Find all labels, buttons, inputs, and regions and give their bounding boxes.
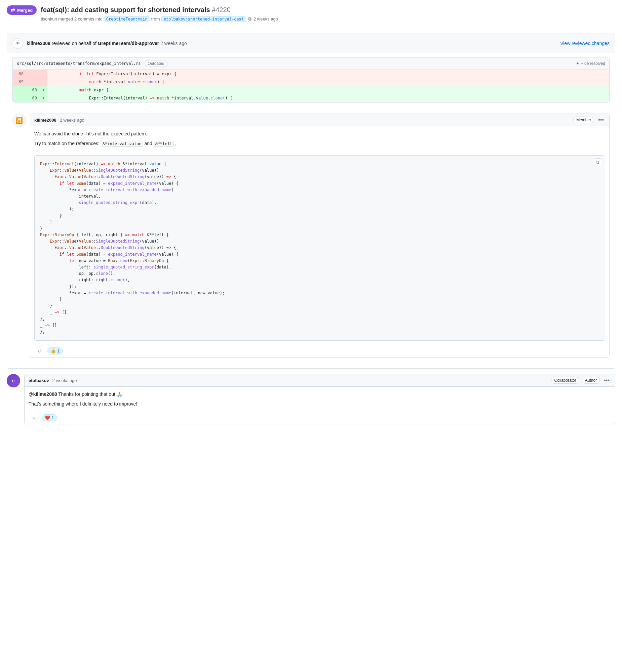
diff-line-new-68: 68 [26,86,40,94]
reviewer-name: killme2008 [27,41,50,46]
comment-text-2: Try to match on the references: &*interv… [34,140,605,147]
comment-content-etolbakov: @killme2008 Thanks for pointing that out… [25,387,615,412]
comment-header-left-etolbakov: etolbakov 2 weeks ago [29,378,77,383]
comment-header-etolbakov: etolbakov 2 weeks ago Collaborator Autho… [25,374,615,387]
comment-time-killme: 2 weeks ago [60,118,84,123]
comment-body-killme: killme2008 2 weeks ago Member ••• We can… [30,114,610,358]
review-timestamp: 2 weeks ago [160,41,187,46]
inline-code-2: &**left [154,141,174,147]
review-header: 👁 killme2008 reviewed on behalf of Grept… [7,34,615,53]
file-diff-header: src/sql/src/statements/transform/expand_… [13,58,609,70]
code-block: Expr::Interval(interval) => match &*inte… [35,156,605,340]
comment-header-right-etolbakov: Collaborator Author ••• [551,377,611,384]
comment-text-1: We can avoid the clone if it's not the e… [34,130,605,138]
file-diff: src/sql/src/statements/transform/expand_… [12,57,610,103]
sparkle-icon: ✦ [576,61,579,66]
diff-sign-minus-2: – [40,78,47,86]
comment-author-etolbakov: etolbakov [29,378,49,383]
outdated-badge: Outdated [145,60,167,67]
avatar-killme: 🈷️ [12,114,26,127]
comment-etolbakov-text-1: @killme2008 Thanks for pointing that out… [29,391,611,398]
diff-sign-minus: – [40,70,47,78]
merged-badge: ⇄ Merged [7,5,37,15]
diff-line-old-69: 69 [13,78,26,86]
add-reaction-button[interactable]: ☺ [34,347,45,354]
merged-label: Merged [17,8,33,13]
base-branch-tag[interactable]: GreptimeTeam:main [104,16,150,22]
copy-branch-button[interactable]: ⧉ [247,15,252,23]
diff-row-added-68: 68 + match expr { [13,86,609,94]
diff-row-added-69: 69 + Expr::Interval(interval) => match *… [13,94,609,102]
collaborator-badge: Collaborator [551,377,579,384]
comment-etolbakov-text-1-suffix: Thanks for pointing that out 🙏! [58,391,124,397]
pr-time-ago: 2 weeks ago [253,16,278,22]
comment-author-killme: killme2008 [34,118,57,123]
reviewer-info: killme2008 reviewed on behalf of Greptim… [27,41,187,46]
diff-code-68-removed: if let Expr::Interval(interval) = expr { [47,70,609,78]
diff-line-new-empty-2 [26,78,40,86]
heart-count: 1 [51,415,54,420]
reviewed-on-behalf-text: reviewed on behalf of [52,41,97,46]
comment-block-killme: 🈷️ killme2008 2 weeks ago Member ••• We … [7,108,615,368]
comment-time-etolbakov: 2 weeks ago [53,378,77,383]
review-section: 👁 killme2008 reviewed on behalf of Grept… [7,34,615,369]
diff-line-new-69: 69 [26,94,40,102]
reactions-killme: ☺ 👍 1 [30,345,609,357]
comment-text-2-between: and [144,141,153,146]
comment-item-killme: 🈷️ killme2008 2 weeks ago Member ••• We … [12,114,610,358]
view-reviewed-changes-link[interactable]: View reviewed changes [560,41,610,46]
comment-header-left: killme2008 2 weeks ago [34,117,84,123]
thumbsup-emoji: 👍 [50,348,56,353]
diff-code-68-added: match expr { [47,86,609,94]
code-block-wrapper: ⧉ Expr::Interval(interval) => match &*in… [34,155,605,341]
add-reaction-button-etolbakov[interactable]: ☺ [29,414,39,421]
diff-sign-plus: + [40,86,47,94]
diff-sign-plus-2: + [40,94,47,102]
thumbsup-reaction[interactable]: 👍 1 [47,347,63,354]
comment-text-2-suffix: , [175,141,176,146]
comment-header-killme: killme2008 2 weeks ago Member ••• [30,114,609,126]
comment-text-2-prefix: Try to match on the references: [34,141,101,146]
review-team: GreptimeTeam/db-approver [98,41,159,46]
comment-header-right-killme: Member ••• [573,117,605,123]
comment-content-killme: We can avoid the clone if it's not the e… [30,126,609,151]
pr-title-area: feat(sql): add casting support for short… [41,5,278,23]
eye-icon: 👁 [15,41,20,46]
second-comment-section: e etolbakov 2 weeks ago Collaborator Aut… [7,374,615,424]
inline-code-1: &*interval.value [101,141,143,147]
comment-etolbakov-text-2: That's something where I definitely need… [29,401,611,408]
pr-header: ⇄ Merged feat(sql): add casting support … [0,0,622,28]
hide-resolved-label: Hide resolved [581,61,605,66]
reactions-etolbakov: ☺ ❤️ 1 [25,412,615,424]
pr-number: #4220 [212,6,231,13]
merged-badge-wrapper: ⇄ Merged [7,5,37,15]
more-options-button-killme[interactable]: ••• [597,117,605,123]
pr-meta: tisonkun merged 2 commits into GreptimeT… [41,15,278,23]
diff-row-removed-68: 68 – if let Expr::Interval(interval) = e… [13,70,609,78]
file-path: src/sql/src/statements/transform/expand_… [17,61,141,66]
diff-line-old-empty [13,86,26,94]
heart-reaction[interactable]: ❤️ 1 [42,414,57,421]
copy-code-button[interactable]: ⧉ [593,158,602,166]
diff-line-new-empty [26,70,40,78]
merged-by-text: tisonkun merged 2 commits into [41,16,103,22]
head-branch-tag[interactable]: etolbakov:shortened-interval-cast [161,16,246,22]
mention-killme2008: @killme2008 [29,391,57,397]
comment-body-etolbakov: etolbakov 2 weeks ago Collaborator Autho… [24,374,615,424]
more-options-button-etolbakov[interactable]: ••• [602,377,611,383]
avatar-letter-etolbakov: e [12,378,15,383]
thumbsup-count: 1 [57,348,60,353]
merge-icon: ⇄ [11,7,15,13]
pr-title: feat(sql): add casting support for short… [41,5,278,14]
diff-code-69-removed: match *interval.value.clone() { [47,78,609,86]
hide-resolved-button[interactable]: ✦ Hide resolved [576,61,605,66]
diff-code-69-added: Expr::Interval(interval) => match *inter… [47,94,609,102]
avatar-emoji-killme: 🈷️ [15,117,23,124]
avatar-etolbakov: e [7,374,20,387]
review-header-left: 👁 killme2008 reviewed on behalf of Grept… [12,38,187,49]
file-path-area: src/sql/src/statements/transform/expand_… [17,60,167,67]
diff-line-old-68: 68 [13,70,26,78]
diff-line-old-empty-2 [13,94,26,102]
member-badge: Member [573,117,594,123]
eye-icon-wrapper: 👁 [12,38,23,49]
